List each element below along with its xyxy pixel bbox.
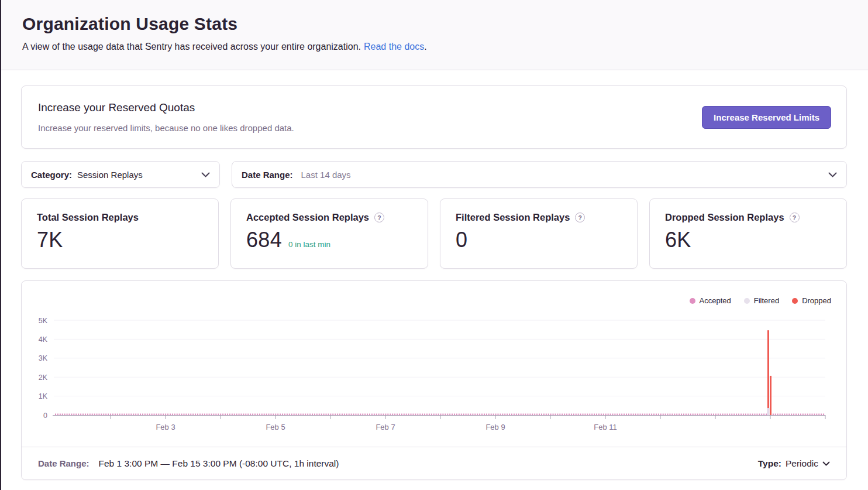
accepted-bar xyxy=(766,414,767,416)
accepted-bar xyxy=(756,414,757,416)
chart-footer-date-range: Date Range: Feb 1 3:00 PM — Feb 15 3:00 … xyxy=(38,458,339,469)
accepted-bar xyxy=(559,414,560,416)
accepted-bar xyxy=(576,414,577,416)
accepted-bar xyxy=(209,414,210,416)
accepted-bar xyxy=(653,414,655,416)
footer-date-range-value: Feb 1 3:00 PM — Feb 15 3:00 PM (-08:00 U… xyxy=(99,458,339,469)
accepted-bar xyxy=(681,414,682,416)
accepted-bar xyxy=(463,414,464,416)
accepted-bar xyxy=(738,414,739,416)
stat-card-title: Accepted Session Replays xyxy=(246,212,369,223)
accepted-bar xyxy=(669,414,670,416)
type-dropdown-label: Type: xyxy=(758,458,781,469)
accepted-bar xyxy=(268,414,270,416)
legend-item-dropped[interactable]: Dropped xyxy=(792,296,831,305)
accepted-bar xyxy=(814,414,815,416)
accepted-bar xyxy=(644,414,645,416)
accepted-bar xyxy=(759,414,760,416)
accepted-bar xyxy=(569,414,570,416)
chart-area: Accepted Filtered Dropped 01K2K3K4K5KFeb… xyxy=(22,281,846,447)
accepted-bar xyxy=(122,414,123,416)
accepted-bar xyxy=(548,414,549,416)
accepted-bar xyxy=(497,414,498,416)
accepted-bar xyxy=(699,414,700,416)
accepted-bar xyxy=(612,414,613,416)
accepted-bar xyxy=(250,414,251,416)
accepted-bar xyxy=(98,414,99,416)
accepted-bar xyxy=(305,414,306,416)
accepted-bar xyxy=(688,414,689,416)
accepted-bar xyxy=(525,414,526,416)
accepted-bar xyxy=(470,414,471,416)
increase-reserved-limits-button[interactable]: Increase Reserved Limits xyxy=(702,106,831,129)
legend-item-accepted[interactable]: Accepted xyxy=(690,296,731,305)
accepted-bar xyxy=(309,414,311,416)
accepted-bar xyxy=(163,414,164,416)
usage-stats-chart[interactable]: 01K2K3K4K5KFeb 3Feb 5Feb 7Feb 9Feb 11 xyxy=(22,281,846,447)
accepted-bar xyxy=(422,414,423,416)
type-dropdown[interactable]: Type: Periodic xyxy=(758,458,830,469)
accepted-bar xyxy=(188,414,189,416)
date-range-select-value: Last 14 days xyxy=(301,170,351,180)
accepted-bar xyxy=(640,414,641,416)
accepted-bar xyxy=(349,414,350,416)
accepted-bar xyxy=(811,414,812,416)
accepted-bar xyxy=(445,414,446,416)
accepted-bar xyxy=(424,414,425,416)
accepted-bar xyxy=(553,414,554,416)
legend-item-filtered[interactable]: Filtered xyxy=(744,296,779,305)
accepted-bar xyxy=(179,414,180,416)
accepted-bar xyxy=(754,414,755,416)
accepted-bar xyxy=(119,414,120,416)
quota-text: Increase your Reserved Quotas Increase y… xyxy=(38,101,294,133)
date-range-select[interactable]: Date Range: Last 14 days xyxy=(232,161,847,188)
accepted-bar xyxy=(810,414,811,416)
accepted-bar xyxy=(266,414,267,416)
accepted-bar xyxy=(130,414,132,416)
help-icon[interactable]: ? xyxy=(374,213,384,222)
accepted-bar xyxy=(397,414,398,416)
accepted-bar xyxy=(633,414,634,416)
accepted-bar xyxy=(761,414,762,416)
accepted-bar xyxy=(676,414,677,416)
accepted-bar xyxy=(408,414,409,416)
help-icon[interactable]: ? xyxy=(575,213,585,222)
accepted-bar xyxy=(626,414,627,416)
accepted-bar xyxy=(71,414,72,416)
accepted-bar xyxy=(218,414,219,416)
chevron-down-icon xyxy=(201,172,210,177)
accepted-bar xyxy=(720,414,721,416)
accepted-bar xyxy=(335,414,336,416)
read-the-docs-link[interactable]: Read the docs xyxy=(364,42,424,52)
accepted-bar xyxy=(440,414,442,416)
accepted-bar xyxy=(62,414,63,416)
accepted-bar xyxy=(69,414,70,416)
accepted-bar xyxy=(624,414,625,416)
accepted-bar xyxy=(798,414,799,416)
accepted-bar xyxy=(603,414,604,416)
accepted-bar xyxy=(686,414,687,416)
accepted-bar xyxy=(392,414,393,416)
accepted-bar xyxy=(270,414,271,416)
subtitle-period: . xyxy=(424,42,426,52)
accepted-bar xyxy=(234,414,235,416)
accepted-bar xyxy=(539,414,540,416)
accepted-bar xyxy=(500,414,501,416)
help-icon[interactable]: ? xyxy=(790,213,800,222)
accepted-bar xyxy=(594,414,595,416)
accepted-bar xyxy=(793,414,794,416)
accepted-bar xyxy=(468,414,469,416)
accepted-spike-bar xyxy=(767,408,769,415)
accepted-bar xyxy=(261,414,263,416)
accepted-bar xyxy=(167,414,168,416)
accepted-bar xyxy=(387,414,388,416)
category-select[interactable]: Category: Session Replays xyxy=(21,161,220,188)
accepted-bar xyxy=(232,414,233,416)
accepted-bar xyxy=(504,414,505,416)
accepted-bar xyxy=(326,414,327,416)
accepted-bar xyxy=(516,414,517,416)
accepted-bar xyxy=(117,414,118,416)
accepted-bar xyxy=(740,414,742,416)
accepted-bar xyxy=(240,414,242,416)
accepted-bar xyxy=(177,414,178,416)
